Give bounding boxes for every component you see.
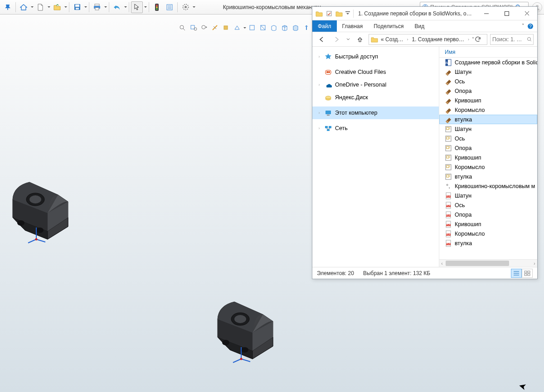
open-dropdown[interactable] [64,1,67,13]
explorer-search-input[interactable] [492,36,525,43]
print-icon[interactable] [91,1,103,13]
explorer-search-box[interactable] [490,34,534,45]
file-item[interactable]: Опора [439,86,537,96]
file-item[interactable]: Ось [439,77,537,86]
pin-icon[interactable] [2,1,14,13]
print-dropdown[interactable] [104,1,107,13]
file-item[interactable]: втулка [439,172,537,181]
nav-item-pc[interactable]: › Этот компьютер [312,106,439,119]
file-item[interactable]: PDF Кривошип [439,219,537,229]
file-item[interactable]: PDF Шатун [439,191,537,200]
nav-expand-caret[interactable]: › [317,111,321,115]
open-icon[interactable] [51,1,63,13]
file-item[interactable]: Шатун [439,67,537,77]
ribbon-tab-file[interactable]: Файл [312,20,337,32]
view-orient-dropdown[interactable] [243,22,246,34]
display-style-3-icon[interactable] [269,23,279,33]
file-item[interactable]: Коромысло [439,105,537,115]
refresh-button[interactable] [475,36,485,42]
nav-up-button[interactable] [354,34,366,45]
file-item[interactable]: Опора [439,143,537,153]
view-orient-icon[interactable] [232,23,242,33]
view-thumbnails-button[interactable] [522,269,533,278]
display-style-5-icon[interactable] [291,23,301,33]
part-instance-2[interactable] [209,292,287,364]
nav-expand-caret[interactable]: › [317,82,321,87]
horizontal-scrollbar[interactable]: ‹ › [439,259,537,267]
display-style-1-icon[interactable] [247,23,257,33]
save-icon[interactable] [71,1,83,13]
ribbon-expand-icon[interactable]: ˅ [522,23,525,29]
svg-line-49 [233,359,241,363]
options-list-icon[interactable] [164,1,175,13]
nav-item-star[interactable]: › Быстрый доступ [312,50,439,63]
nav-forward-button[interactable] [330,34,342,45]
file-item[interactable]: Ось [439,134,537,143]
nav-back-button[interactable] [316,34,328,45]
file-item[interactable]: PDF Ось [439,200,537,210]
breadcrumb-dropdown[interactable]: ˅ [472,37,474,42]
undo-icon[interactable] [111,1,123,13]
file-item[interactable]: PDF Опора [439,210,537,219]
file-item[interactable]: втулка [439,115,537,124]
new-icon[interactable] [34,1,46,13]
part-instance-1[interactable] [5,172,82,245]
close-button[interactable] [517,7,537,20]
ribbon-tab-home[interactable]: Главная [337,20,369,32]
column-header-name[interactable]: Имя [439,47,537,58]
breadcrumb-seg-1[interactable]: « Созд… [379,36,405,43]
maximize-button[interactable] [496,7,517,20]
qat-customize-dropdown[interactable] [344,9,351,19]
file-item[interactable]: Кривошип [439,153,537,162]
zoom-fit-icon[interactable] [178,23,188,33]
breadcrumb-seg-2[interactable]: 1. Создание перво… [410,36,466,43]
qat-folder-icon[interactable] [314,9,324,19]
ribbon-help-icon[interactable]: ? [527,23,534,29]
file-item[interactable]: °, Кривошипно-коромысловым м [439,181,537,191]
normal-to-icon[interactable] [301,23,311,33]
svg-rect-69 [325,126,328,128]
breadcrumb-caret-2[interactable]: › [467,37,470,42]
qat-properties-icon[interactable] [324,9,334,19]
file-item[interactable]: PDF Коромысло [439,229,537,238]
settings-gear-icon[interactable] [180,1,191,13]
undo-dropdown[interactable] [124,1,127,13]
view-details-button[interactable] [511,269,522,278]
save-dropdown[interactable] [84,1,87,13]
select-icon[interactable] [131,1,143,13]
nav-item-network[interactable]: › Сеть [312,122,439,135]
nav-item-yadisk[interactable]: Яндекс.Диск [312,91,439,104]
traffic-light-icon[interactable] [151,1,163,13]
nav-item-cc[interactable]: Creative Cloud Files [312,66,439,78]
file-item[interactable]: W Создание первой сборки в Solid [439,58,537,67]
file-item[interactable]: Кривошип [439,96,537,105]
ribbon-tab-view[interactable]: Вид [409,20,430,32]
prev-view-icon[interactable] [199,23,209,33]
svg-line-42 [36,239,45,242]
dynamic-section-icon[interactable] [221,23,231,33]
nav-expand-caret[interactable]: › [317,54,321,59]
settings-dropdown[interactable] [192,1,195,13]
file-item[interactable]: PDF втулка [439,238,537,248]
pdf-icon: PDF [445,221,452,228]
new-dropdown[interactable] [47,1,50,13]
minimize-button[interactable] [476,7,496,20]
nav-recent-dropdown[interactable] [345,34,351,45]
qat-newfolder-icon[interactable] [334,9,344,19]
explorer-titlebar[interactable]: 1. Создание первой сборки в SolidWorks, … [312,7,537,20]
home-dropdown[interactable] [30,1,34,13]
home-icon[interactable] [18,1,29,13]
nav-item-onedrive[interactable]: › OneDrive - Personal [312,78,439,91]
file-item[interactable]: Шатун [439,124,537,134]
display-style-4-icon[interactable] [280,23,290,33]
nav-expand-caret[interactable]: › [317,126,321,131]
file-name-label: Кривошипно-коромысловым м [455,183,535,189]
select-dropdown[interactable] [144,1,147,13]
file-item[interactable]: Коромысло [439,162,537,172]
section-view-icon[interactable] [210,23,220,33]
breadcrumb-bar[interactable]: « Созд… › 1. Создание перво… › ˅ [369,34,487,45]
ribbon-tab-share[interactable]: Поделиться [368,20,409,32]
breadcrumb-caret-1[interactable]: › [406,37,409,42]
display-style-2-icon[interactable] [258,23,268,33]
zoom-area-icon[interactable] [189,23,199,33]
